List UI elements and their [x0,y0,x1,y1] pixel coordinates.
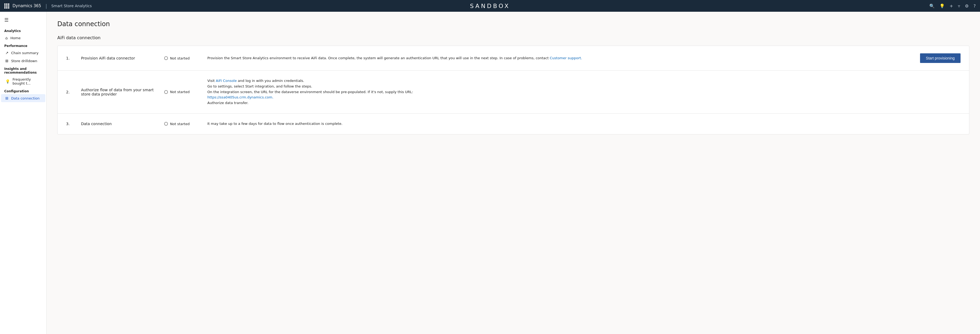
row-2-desc-line5: Authorize data transfer. [207,101,248,105]
row-1-action: Start provisioning [918,53,961,63]
topbar: Dynamics 365 | Smart Store Analytics SAN… [0,0,980,12]
bulb-icon: 💡 [5,79,10,83]
dataverse-url-link[interactable]: https://ssa0405us.crm.dynamics.com. [207,95,274,99]
row-2-desc-line1-prefix: Visit [207,79,216,83]
card-row-1: 1. Provision AiFi data connector Not sta… [57,46,969,71]
sidebar-item-data-connection-label: Data connection [11,96,40,100]
row-1-status: Not started [164,56,199,60]
row-1-desc-text: Provision the Smart Store Analytics envi… [207,56,549,60]
layout: ☰ Analytics ⌂ Home Performance ↗ Chain s… [0,12,980,334]
search-icon[interactable]: 🔍 [929,3,935,8]
data-connection-card: 1. Provision AiFi data connector Not sta… [57,46,969,134]
customer-support-link[interactable]: Customer support. [550,56,582,60]
sidebar-item-store-drilldown[interactable]: ⊞ Store drilldown [1,57,45,65]
row-3-radio [164,122,168,126]
add-icon[interactable]: + [950,3,953,8]
home-icon: ⌂ [5,36,8,40]
hamburger-button[interactable]: ☰ [0,15,46,27]
row-1-label: Provision AiFi data connector [81,56,156,60]
row-2-desc-line2: Go to settings, select Start integration… [207,84,312,88]
start-provisioning-button[interactable]: Start provisioning [920,53,961,63]
settings-icon[interactable]: ⚙ [965,3,969,8]
aifi-console-link[interactable]: AiFi Console [216,79,237,83]
row-3-label: Data connection [81,121,156,126]
row-2-radio [164,90,168,94]
sidebar-item-home-label: Home [10,36,21,40]
row-3-status-text: Not started [170,122,189,126]
topbar-separator: | [45,3,47,9]
row-2-status: Not started [164,90,199,94]
sidebar: ☰ Analytics ⌂ Home Performance ↗ Chain s… [0,12,47,334]
help-icon[interactable]: ? [974,3,976,8]
sidebar-item-data-connection[interactable]: ⊞ Data connection [1,94,45,102]
row-3-num: 3. [66,121,73,126]
sidebar-section-configuration: Configuration [0,87,46,94]
waffle-icon[interactable] [4,3,10,8]
row-1-description: Provision the Smart Store Analytics envi… [207,56,909,61]
row-3-status: Not started [164,122,199,126]
row-1-num: 1. [66,56,73,60]
card-row-3: 3. Data connection Not started It may ta… [57,113,969,134]
brand-label[interactable]: Dynamics 365 [13,3,41,8]
topbar-right: 🔍 💡 + ▿ ⚙ ? [652,3,976,8]
sandbox-label: SANDBOX [328,3,652,10]
sidebar-item-frequently-bought[interactable]: 💡 Frequently bought t... [1,75,45,87]
row-1-status-text: Not started [170,56,189,60]
filter-icon[interactable]: ▿ [958,3,960,8]
sidebar-item-chain-summary[interactable]: ↗ Chain summary [1,49,45,57]
page-title: Data connection [57,20,969,28]
sidebar-item-frequently-bought-label: Frequently bought t... [13,77,41,85]
row-2-desc-line3: On the integration screen, the URL for t… [207,90,413,94]
lightbulb-icon[interactable]: 💡 [940,3,945,8]
main-content: Data connection AiFi data connection 1. … [47,12,980,334]
card-row-2: 2. Authorize flow of data from your smar… [57,71,969,113]
app-name-label: Smart Store Analytics [51,4,92,8]
row-2-label: Authorize flow of data from your smart s… [81,88,156,96]
sidebar-item-store-drilldown-label: Store drilldown [11,59,37,63]
sidebar-section-analytics: Analytics [0,27,46,34]
topbar-left: Dynamics 365 | Smart Store Analytics [4,3,328,9]
section-title: AiFi data connection [57,35,969,40]
chart-icon: ↗ [5,51,8,55]
sidebar-section-insights: Insights and recommendations [0,65,46,75]
row-3-description: It may take up to a few days for data to… [207,121,909,127]
row-1-radio [164,56,168,60]
connection-icon: ⊞ [5,96,8,100]
row-2-status-text: Not started [170,90,189,94]
sidebar-item-chain-summary-label: Chain summary [11,51,39,55]
row-2-num: 2. [66,90,73,94]
sidebar-section-performance: Performance [0,42,46,49]
row-2-desc-line1-suffix: and log in with you admin credentials. [237,79,304,83]
row-2-description: Visit AiFi Console and log in with you a… [207,78,909,106]
sidebar-item-home[interactable]: ⌂ Home [1,34,45,42]
grid-icon: ⊞ [5,59,8,63]
row-3-desc-text: It may take up to a few days for data to… [207,121,342,126]
